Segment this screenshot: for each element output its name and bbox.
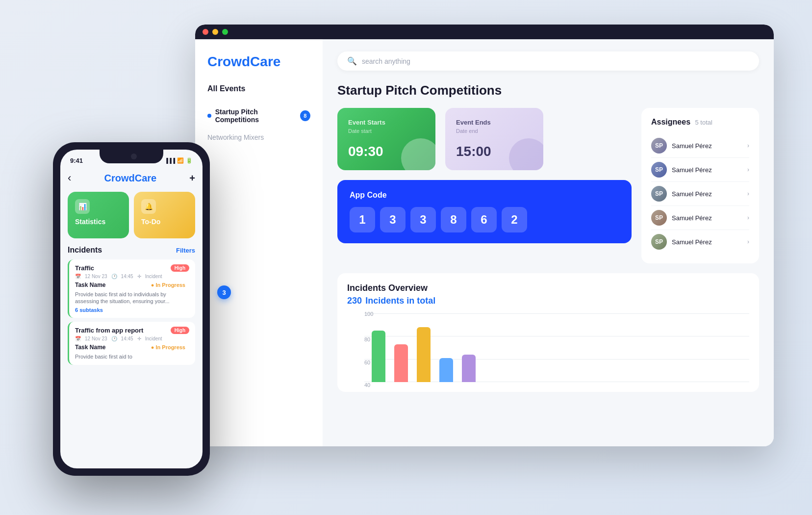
add-button[interactable]: + — [189, 173, 195, 184]
calendar-icon-2: 📅 — [75, 336, 81, 341]
incident-type-icon-2: ✛ — [137, 336, 141, 341]
mobile-incident-0[interactable]: Traffic High 📅 12 Nov 23 🕐 14:45 ✛ Incid… — [68, 259, 195, 318]
sidebar-item-networking[interactable]: Networking Mixers — [207, 129, 310, 146]
chart-bar-2 — [417, 327, 431, 382]
clock-icon-2: 🕐 — [111, 336, 117, 341]
mobile-section-header: Incidents Filters — [68, 246, 195, 255]
app-code-label: App Code — [350, 191, 619, 200]
mobile-notch — [100, 150, 163, 163]
floating-badge-value: 3 — [222, 289, 226, 296]
assignee-name-0: Samuel Pérez — [672, 142, 712, 150]
card-decoration — [401, 138, 435, 170]
incident-task-header-1: Task Name ● In Progress — [75, 343, 189, 351]
search-icon: 🔍 — [347, 56, 357, 66]
code-digit-4: 6 — [471, 207, 497, 232]
event-start-sublabel: Date start — [348, 128, 425, 134]
minimize-dot[interactable] — [212, 29, 218, 35]
sidebar-section-title: All Events — [207, 84, 310, 93]
incident-title-1: Traffic from app report — [75, 327, 143, 334]
card-decoration-2 — [509, 138, 543, 170]
chart-bar-4 — [462, 355, 476, 382]
close-dot[interactable] — [203, 29, 208, 35]
incident-header-1: Traffic from app report High — [75, 327, 189, 334]
desktop-ui: CrowdCare All Events Startup Pitch Compe… — [195, 25, 774, 446]
incidents-count: 230 Incidents in total — [347, 296, 749, 306]
mobile-card-statistics[interactable]: 📊 Statistics — [68, 192, 129, 238]
assignee-row-3[interactable]: SP Samuel Pérez › — [651, 206, 749, 230]
assignee-avatar-3: SP — [651, 210, 667, 226]
page-title: Startup Pitch Competitions — [337, 83, 759, 98]
mobile-phone: 9:41 ▐▐▐ 📶 🔋 ‹ CrowdCare + 📊 Statistics — [53, 142, 210, 476]
code-digit-1: 3 — [380, 207, 406, 232]
mobile-card-todo[interactable]: 🔔 To-Do — [134, 192, 195, 238]
chevron-right-icon-3: › — [747, 190, 749, 197]
assignee-name-2: Samuel Pérez — [672, 190, 712, 198]
search-bar[interactable]: 🔍 search anything — [337, 52, 759, 71]
sidebar-item-label: Startup Pitch Competitions — [215, 108, 300, 124]
incident-time-1: 14:45 — [121, 336, 133, 341]
assignee-avatar-0: SP — [651, 138, 667, 154]
assignee-avatar-2: SP — [651, 186, 667, 202]
main-content: 🔍 search anything Startup Pitch Competit… — [323, 39, 774, 446]
mobile-signal-icons: ▐▐▐ 📶 🔋 — [165, 155, 193, 164]
task-status-1: ● In Progress — [147, 343, 189, 351]
sidebar-item-label-2: Networking Mixers — [207, 133, 264, 141]
code-digit-5: 2 — [502, 207, 527, 232]
assignees-panel: Assignees 5 total SP Samuel Pérez › SP S… — [641, 108, 759, 263]
search-placeholder: search anything — [362, 57, 410, 65]
incident-time-0: 14:45 — [121, 274, 133, 279]
task-name-1: Task Name — [75, 344, 105, 351]
incident-badge-1: High — [171, 327, 189, 334]
mobile-content: ‹ CrowdCare + 📊 Statistics 🔔 To-Do Inc — [60, 150, 203, 468]
event-cards-row: Event Starts Date start 09:30 Event Ends… — [337, 108, 632, 170]
mobile-time: 9:41 — [70, 154, 83, 164]
incident-title-0: Traffic — [75, 264, 94, 272]
fullscreen-dot[interactable] — [222, 29, 228, 35]
scene: CrowdCare All Events Startup Pitch Compe… — [38, 25, 774, 490]
chart-bar-3 — [439, 358, 453, 382]
chevron-right-icon: › — [747, 142, 749, 149]
y-label-40: 40 — [364, 382, 370, 388]
mobile-cards-row: 📊 Statistics 🔔 To-Do — [68, 192, 195, 238]
assignee-avatar-1: SP — [651, 162, 667, 178]
assignee-row-1[interactable]: SP Samuel Pérez › — [651, 158, 749, 182]
sidebar: CrowdCare All Events Startup Pitch Compe… — [195, 39, 323, 446]
back-button[interactable]: ‹ — [68, 172, 71, 184]
assignees-header: Assignees 5 total — [651, 118, 749, 127]
signal-icon: ▐▐▐ — [165, 158, 175, 163]
mobile-logo: CrowdCare — [104, 173, 156, 184]
incident-desc-1: Provide basic first aid to — [75, 353, 189, 360]
mobile-card-label-1: To-Do — [141, 218, 188, 226]
mobile-header: ‹ CrowdCare + — [68, 172, 195, 184]
sidebar-dot — [207, 114, 211, 118]
incident-task-header-0: Task Name ● In Progress — [75, 281, 189, 289]
mobile-incident-1[interactable]: Traffic from app report High 📅 12 Nov 23… — [68, 322, 195, 365]
incident-subtasks-0: 6 subtasks — [75, 307, 189, 313]
sidebar-item-startup[interactable]: Startup Pitch Competitions 8 — [207, 103, 310, 129]
app-code-digits: 1 3 3 8 6 2 — [350, 207, 619, 232]
assignee-name-3: Samuel Pérez — [672, 214, 712, 222]
chart-bar-0 — [372, 331, 385, 382]
desktop-content: CrowdCare All Events Startup Pitch Compe… — [195, 39, 774, 446]
camera-icon — [131, 154, 137, 159]
chevron-right-icon-5: › — [747, 238, 749, 245]
assignee-row-0[interactable]: SP Samuel Pérez › — [651, 134, 749, 158]
app-code-section: App Code 1 3 3 8 6 2 — [337, 180, 632, 243]
assignee-avatar-4: SP — [651, 234, 667, 250]
incident-date-0: 12 Nov 23 — [85, 274, 107, 279]
todo-icon: 🔔 — [141, 199, 156, 214]
incident-meta-0: 📅 12 Nov 23 🕐 14:45 ✛ Incident — [75, 274, 189, 279]
chart-bars — [352, 313, 744, 382]
calendar-icon: 📅 — [75, 274, 81, 279]
mobile-card-label-0: Statistics — [75, 218, 122, 226]
assignee-row-2[interactable]: SP Samuel Pérez › — [651, 182, 749, 206]
incident-desc-0: Provide basic first aid to individuals b… — [75, 291, 189, 305]
mobile-inner: 9:41 ▐▐▐ 📶 🔋 ‹ CrowdCare + 📊 Statistics — [60, 150, 203, 468]
incident-header-0: Traffic High — [75, 264, 189, 272]
desktop-topbar — [195, 25, 774, 39]
mobile-filters-button[interactable]: Filters — [176, 247, 195, 254]
floating-badge-mobile: 3 — [217, 285, 231, 299]
incident-meta-1: 📅 12 Nov 23 🕐 14:45 ✛ Incident — [75, 336, 189, 341]
event-card-start: Event Starts Date start 09:30 — [337, 108, 435, 170]
assignee-row-4[interactable]: SP Samuel Pérez › — [651, 230, 749, 254]
